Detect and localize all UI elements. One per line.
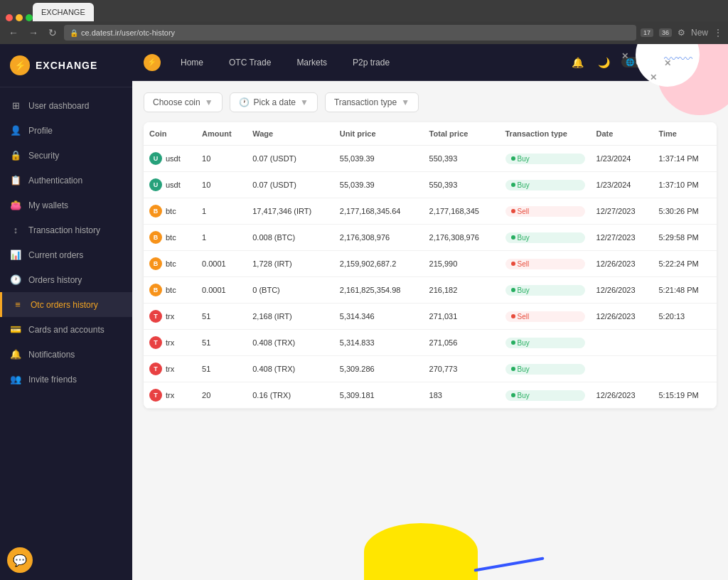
- main-content: ⚡ Home OTC Trade Markets P2p trade 🔔 🌙 🌐…: [132, 44, 728, 580]
- minimize-dot[interactable]: [16, 14, 23, 21]
- moon-icon[interactable]: 🌙: [595, 54, 613, 71]
- coin-select[interactable]: Choose coin ▼: [144, 92, 223, 112]
- coin-name: btc: [166, 233, 176, 242]
- sidebar-label-transaction-history: Transaction history: [28, 225, 100, 235]
- td-time: 5:15:19 PM: [653, 382, 717, 409]
- td-time: 5:21:48 PM: [653, 277, 717, 304]
- sidebar-item-orders-history[interactable]: 🕐 Orders history: [0, 267, 132, 292]
- td-date: [591, 356, 653, 382]
- buy-badge: Buy: [505, 180, 585, 190]
- td-amount: 10: [196, 172, 247, 198]
- table-row: B btc 1 0.008 (BTC) 2,176,308,976 2,176,…: [144, 225, 717, 251]
- authentication-icon: 📋: [10, 175, 21, 186]
- avatar-button[interactable]: 👤: [671, 51, 694, 74]
- notification-badge[interactable]: 17: [641, 28, 653, 37]
- td-unit-price: 5,314.346: [334, 304, 424, 330]
- td-unit-price: 5,309.286: [334, 356, 424, 382]
- td-tx-type: Buy: [500, 356, 591, 382]
- date-picker[interactable]: 🕐 Pick a date ▼: [230, 92, 318, 112]
- browser-toolbar: ← → ↻ 🔒 ce.datest.ir/user/otc-history 17…: [0, 21, 728, 44]
- coin-icon: B: [149, 205, 162, 218]
- td-date: 12/26/2023: [591, 277, 653, 304]
- chat-button[interactable]: 💬: [7, 547, 33, 573]
- sell-badge: Sell: [505, 206, 585, 217]
- td-tx-type: Buy: [500, 382, 591, 409]
- reload-button[interactable]: ↻: [46, 26, 60, 40]
- maximize-dot[interactable]: [26, 14, 33, 21]
- close-dot[interactable]: [6, 14, 13, 21]
- back-button[interactable]: ←: [6, 26, 21, 40]
- nav-otc-trade[interactable]: OTC Trade: [223, 55, 277, 70]
- invite-icon: 👥: [10, 374, 21, 385]
- sidebar-label-authentication: Authentication: [28, 176, 82, 186]
- browser-tab[interactable]: EXCHANGE: [33, 3, 94, 21]
- nav-home[interactable]: Home: [175, 55, 209, 70]
- filters-row: Choose coin ▼ 🕐 Pick a date ▼ Transactio…: [144, 92, 717, 112]
- td-amount: 20: [196, 382, 247, 409]
- coin-icon: B: [149, 284, 162, 296]
- alert-badge[interactable]: 36: [659, 28, 672, 37]
- table-row: T trx 51 0.408 (TRX) 5,314.833 271,056 B…: [144, 330, 717, 356]
- buy-badge: Buy: [505, 154, 585, 164]
- nav-items: ⊞ User dashboard 👤 Profile 🔒 Security 📋 …: [0, 87, 132, 540]
- sell-badge: Sell: [505, 259, 585, 269]
- td-wage: 0.07 (USDT): [247, 172, 334, 198]
- browser-chrome: EXCHANGE ← → ↻ 🔒 ce.datest.ir/user/otc-h…: [0, 0, 728, 44]
- close-icon[interactable]: ✕: [702, 54, 717, 71]
- td-amount: 51: [196, 304, 247, 330]
- td-wage: 0.408 (TRX): [247, 330, 334, 356]
- td-coin: B btc: [144, 251, 196, 277]
- date-icon: 🕐: [239, 97, 250, 107]
- sidebar-item-cards-accounts[interactable]: 💳 Cards and accounts: [0, 317, 132, 342]
- td-date: 12/27/2023: [591, 198, 653, 225]
- new-badge[interactable]: New: [691, 28, 708, 38]
- col-transaction-type: Transaction type: [500, 122, 591, 146]
- chevron-down-icon: ▼: [205, 97, 213, 107]
- td-amount: 0.0001: [196, 277, 247, 304]
- forward-button[interactable]: →: [26, 26, 41, 40]
- wallets-icon: 👛: [10, 200, 21, 210]
- sidebar-label-otc-orders-history: Otc orders history: [31, 300, 98, 310]
- sidebar-item-user-dashboard[interactable]: ⊞ User dashboard: [0, 93, 132, 118]
- td-total-price: 183: [424, 382, 500, 409]
- sidebar-item-profile[interactable]: 👤 Profile: [0, 118, 132, 143]
- td-time: [653, 330, 717, 356]
- td-date: 12/26/2023: [591, 251, 653, 277]
- td-time: 5:20:13: [653, 304, 717, 330]
- sidebar-item-my-wallets[interactable]: 👛 My wallets: [0, 193, 132, 218]
- menu-icon[interactable]: ⋮: [714, 28, 722, 38]
- window-controls: [6, 14, 33, 21]
- td-unit-price: 2,161,825,354.98: [334, 277, 424, 304]
- coin-name: usdt: [166, 154, 181, 163]
- sidebar-item-current-orders[interactable]: 📊 Current orders: [0, 242, 132, 267]
- sidebar-item-authentication[interactable]: 📋 Authentication: [0, 168, 132, 193]
- nav-markets[interactable]: Markets: [291, 55, 333, 70]
- td-unit-price: 55,039.39: [334, 146, 424, 172]
- sidebar-item-security[interactable]: 🔒 Security: [0, 143, 132, 168]
- sell-badge: Sell: [505, 311, 585, 322]
- td-amount: 1: [196, 225, 247, 251]
- sidebar-item-transaction-history[interactable]: ↕ Transaction history: [0, 218, 132, 242]
- sidebar-item-invite-friends[interactable]: 👥 Invite friends: [0, 367, 132, 392]
- sidebar-label-security: Security: [28, 151, 59, 161]
- td-total-price: 271,031: [424, 304, 500, 330]
- sidebar-item-otc-orders-history[interactable]: ≡ Otc orders history: [0, 292, 132, 317]
- top-nav-actions: 🔔 🌙 🌐 english 👤 ✕: [569, 51, 717, 74]
- coin-icon: U: [149, 152, 162, 165]
- otc-orders-icon: ≡: [12, 299, 23, 310]
- lock-icon: 🔒: [70, 29, 78, 37]
- coin-icon: B: [149, 231, 162, 244]
- url-bar[interactable]: 🔒 ce.datest.ir/user/otc-history: [64, 25, 636, 41]
- td-wage: 0.07 (USDT): [247, 146, 334, 172]
- td-tx-type: Buy: [500, 146, 591, 172]
- sidebar-item-notifications[interactable]: 🔔 Notifications: [0, 342, 132, 367]
- nav-p2p-trade[interactable]: P2p trade: [347, 55, 395, 70]
- extension-icon[interactable]: ⚙: [678, 28, 685, 38]
- language-selector[interactable]: 🌐 english: [621, 57, 663, 68]
- app-wrapper: ⚡ EXCHANGE ⊞ User dashboard 👤 Profile 🔒 …: [0, 44, 728, 580]
- chevron-down-date-icon: ▼: [300, 97, 309, 107]
- bell-icon[interactable]: 🔔: [569, 54, 587, 71]
- sidebar-label-profile: Profile: [28, 126, 53, 136]
- td-date: [591, 330, 653, 356]
- transaction-type-select[interactable]: Transaction type ▼: [325, 92, 419, 112]
